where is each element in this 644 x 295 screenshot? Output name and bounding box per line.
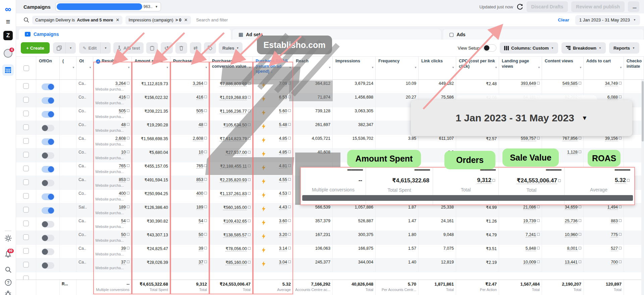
remove-filter-icon[interactable]: ✕	[184, 17, 188, 22]
date-range-selector[interactable]: 1 Jan 2023 - 31 May 2023 ▼	[575, 15, 640, 25]
more-options-button[interactable]: ...	[628, 1, 639, 12]
tab-ad-sets[interactable]: ▦ Ad sets	[232, 29, 441, 40]
column-header-checkout[interactable]: Checko initiate	[624, 57, 644, 79]
vertical-scrollbar[interactable]	[641, 80, 644, 295]
view-setup-toggle[interactable]	[483, 44, 496, 52]
bug-report-icon[interactable]	[0, 290, 16, 295]
refresh-icon[interactable]	[517, 3, 523, 10]
attribution-icon	[288, 247, 291, 249]
column-header-spent[interactable]: Amount spent▼	[132, 57, 170, 79]
delete-button[interactable]	[175, 42, 187, 54]
duplicate-dropdown-button[interactable]: ▼	[65, 42, 76, 54]
tab-campaigns[interactable]: Campaigns	[19, 29, 231, 40]
cell-cv: 8,001	[542, 245, 584, 258]
campaign-toggle[interactable]	[42, 83, 54, 90]
row-checkbox[interactable]	[23, 166, 29, 171]
cell-roas: 4.55	[253, 176, 293, 190]
row-checkbox[interactable]	[23, 97, 29, 103]
row-checkbox[interactable]	[23, 248, 29, 254]
remove-filter-icon[interactable]: ✕	[116, 17, 119, 22]
row-checkbox[interactable]	[23, 111, 29, 116]
review-publish-button[interactable]: Review and publish	[571, 1, 625, 12]
column-header-cv[interactable]: Content views▼	[542, 57, 584, 79]
cell-roas: 4.85	[253, 149, 293, 162]
ads-manager-nav-icon[interactable]	[0, 64, 16, 76]
columns-button[interactable]: Columns: Custom▼	[500, 42, 558, 54]
column-header-atc[interactable]: Adds to cart▼	[584, 57, 624, 79]
sidebar-divider	[5, 231, 11, 231]
breakdown-button[interactable]: Breakdown▼	[561, 42, 606, 54]
row-checkbox[interactable]	[23, 193, 29, 199]
attribution-icon	[204, 247, 207, 249]
campaign-toggle[interactable]	[42, 125, 54, 131]
search-filter-placeholder[interactable]: Search and filter	[196, 17, 228, 22]
rules-button[interactable]: Rules▼	[219, 42, 243, 54]
campaign-toggle[interactable]	[42, 166, 54, 173]
ab-test-button[interactable]: A/B test	[113, 42, 144, 54]
search-icon[interactable]	[0, 266, 16, 273]
campaign-toggle[interactable]	[42, 207, 54, 214]
edit-dropdown-button[interactable]: ▼	[100, 42, 111, 54]
row-checkbox[interactable]	[23, 234, 29, 240]
campaign-toggle[interactable]	[42, 152, 54, 159]
column-header-c1[interactable]: (▼	[60, 57, 76, 79]
filter-chip-impressions[interactable]: Impressions (campaign) > 0 ✕	[125, 16, 191, 24]
campaign-toggle[interactable]	[42, 111, 54, 118]
campaign-toggle[interactable]	[42, 235, 54, 241]
column-header-onoff[interactable]: Off/On	[36, 57, 60, 79]
column-header-pcv[interactable]: Purchases conversion value▼	[209, 57, 253, 79]
edit-button[interactable]: ✎Edit	[79, 42, 100, 54]
attribution-icon	[579, 82, 581, 84]
column-header-ot[interactable]: Ot▼	[76, 57, 93, 79]
campaign-toggle[interactable]	[42, 97, 54, 104]
export-button[interactable]: ⇄	[190, 42, 202, 54]
campaign-toggle[interactable]	[42, 262, 54, 269]
row-checkbox[interactable]	[23, 207, 29, 213]
account-selector[interactable]: 963.. ▼	[55, 2, 161, 11]
column-header-frequency[interactable]: Frequency▼	[376, 57, 419, 79]
pin-note-button[interactable]	[146, 42, 158, 54]
column-header-link_clicks[interactable]: Link clicks▼	[419, 57, 456, 79]
pinned-app-icon[interactable]: Z	[0, 31, 16, 40]
campaign-toggle[interactable]	[42, 193, 54, 200]
column-header-results[interactable]: iResults▼	[93, 57, 132, 79]
campaign-toggle[interactable]	[42, 138, 54, 145]
column-header-reach[interactable]: Reach▼	[293, 57, 333, 79]
scrollbar-thumb[interactable]	[642, 81, 644, 141]
column-header-impressions[interactable]: Impressions▼	[333, 57, 376, 79]
ads-reporting-icon[interactable]: 4	[0, 49, 16, 58]
row-checkbox[interactable]	[23, 276, 29, 280]
column-header-cpc[interactable]: CPC (cost per link click)▼	[456, 57, 499, 79]
discard-drafts-button[interactable]: Discard Drafts	[527, 1, 568, 12]
row-checkbox[interactable]	[23, 124, 29, 130]
attribution-icon	[579, 233, 581, 236]
help-icon[interactable]: ?	[0, 279, 16, 286]
column-header-lpv[interactable]: Landing page views▼	[499, 57, 542, 79]
tab-ads[interactable]: ▢ Ads	[443, 29, 644, 40]
filter-chip-delivery[interactable]: Campaign Delivery is Active and 5 more ✕	[32, 16, 122, 24]
lightning-bolt-icon	[262, 82, 266, 88]
campaign-toggle[interactable]	[42, 248, 54, 255]
select-all-checkbox[interactable]	[23, 65, 29, 71]
clear-filters-link[interactable]: Clear	[558, 17, 569, 22]
campaign-toggle[interactable]	[42, 180, 54, 186]
notifications-bell-icon[interactable]: 99	[0, 251, 16, 259]
row-checkbox[interactable]	[23, 138, 29, 144]
reports-button[interactable]: Reports▼	[609, 42, 639, 54]
updated-status: Updated just now	[479, 4, 513, 9]
row-checkbox[interactable]	[23, 262, 29, 268]
row-checkbox[interactable]	[23, 83, 29, 89]
row-checkbox[interactable]	[23, 221, 29, 226]
duplicate-button[interactable]	[53, 42, 65, 54]
tag-button[interactable]	[204, 42, 216, 54]
settings-gear-icon[interactable]	[0, 235, 16, 242]
create-button[interactable]: + Create	[21, 42, 50, 54]
row-checkbox[interactable]	[23, 152, 29, 158]
undo-button[interactable]: ↺	[161, 42, 172, 54]
row-checkbox[interactable]	[23, 179, 29, 185]
column-header-purchases[interactable]: Purchases▼	[170, 57, 209, 79]
campaign-toggle[interactable]	[42, 221, 54, 228]
meta-logo-icon[interactable]: ∞	[0, 4, 16, 14]
menu-hamburger-icon[interactable]: ≡	[0, 17, 16, 26]
column-header-roas[interactable]: Purchase ROAS (return on ad spend) ↓▼	[253, 57, 293, 79]
